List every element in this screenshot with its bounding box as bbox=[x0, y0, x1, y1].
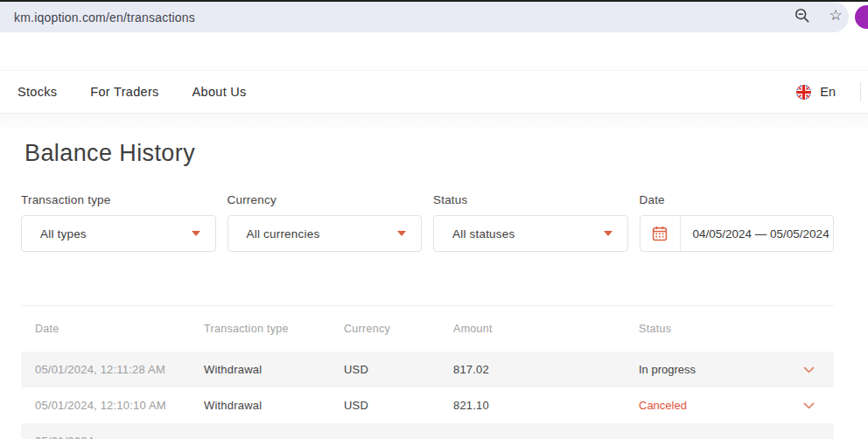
currency-value: All currencies bbox=[247, 227, 320, 240]
nav-link-stocks[interactable]: Stocks bbox=[18, 85, 57, 99]
filter-currency: Currency All currencies bbox=[228, 193, 423, 252]
date-range-picker[interactable]: 04/05/2024 — 05/05/2024 bbox=[640, 215, 835, 252]
chevron-down-icon bbox=[604, 231, 612, 236]
language-label: En bbox=[820, 85, 836, 99]
expand-chevron-icon[interactable] bbox=[798, 402, 834, 409]
table-header: Date Transaction type Currency Amount St… bbox=[21, 306, 834, 352]
profile-avatar[interactable] bbox=[855, 5, 868, 29]
filter-transaction-type: Transaction type All types bbox=[21, 193, 216, 252]
calendar-icon bbox=[651, 225, 668, 242]
col-header-status: Status bbox=[639, 323, 798, 335]
row-currency: USD bbox=[344, 363, 453, 376]
uk-flag-icon bbox=[796, 85, 811, 100]
col-header-amount: Amount bbox=[453, 323, 639, 335]
row-amount: 817.02 bbox=[453, 363, 639, 376]
filter-label: Transaction type bbox=[21, 193, 216, 206]
bookmark-star-icon[interactable]: ☆ bbox=[828, 8, 844, 24]
row-date: 05/01/2024, 12:11:28 AM bbox=[35, 363, 204, 376]
nav-shadow bbox=[0, 114, 868, 135]
status-select[interactable]: All statuses bbox=[433, 215, 628, 252]
site-nav: Stocks For Traders About Us En bbox=[0, 70, 868, 114]
row-transaction-type: Withdrawal bbox=[204, 399, 344, 412]
nav-link-for-traders[interactable]: For Traders bbox=[90, 85, 158, 99]
row-currency: USD bbox=[344, 399, 453, 412]
table-row[interactable]: 05/01/2024 bbox=[21, 423, 834, 439]
nav-link-about-us[interactable]: About Us bbox=[192, 85, 247, 99]
page-title: Balance History bbox=[24, 140, 834, 167]
expand-chevron-icon[interactable] bbox=[798, 366, 834, 373]
row-amount: 821.10 bbox=[453, 399, 639, 412]
row-transaction-type: Withdrawal bbox=[204, 363, 344, 376]
filters-bar: Transaction type All types Currency All … bbox=[21, 193, 834, 252]
date-range-value: 04/05/2024 — 05/05/2024 bbox=[681, 227, 834, 240]
url-text[interactable]: km.iqoption.com/en/transactions bbox=[14, 10, 195, 24]
language-selector[interactable]: En bbox=[796, 82, 861, 101]
currency-select[interactable]: All currencies bbox=[228, 215, 423, 252]
filter-label: Currency bbox=[228, 193, 423, 206]
col-header-transaction-type: Transaction type bbox=[204, 323, 344, 335]
browser-chrome: km.iqoption.com/en/transactions ☆ bbox=[0, 0, 868, 33]
nav-divider bbox=[860, 82, 861, 101]
zoom-out-icon[interactable] bbox=[794, 8, 810, 24]
status-value: All statuses bbox=[452, 227, 514, 240]
table-row[interactable]: 05/01/2024, 12:11:28 AM Withdrawal USD 8… bbox=[21, 352, 834, 387]
chevron-down-icon bbox=[397, 231, 406, 236]
chevron-down-icon bbox=[192, 231, 200, 236]
filter-status: Status All statuses bbox=[433, 193, 628, 252]
row-date: 05/01/2024 bbox=[35, 435, 204, 439]
table-row[interactable]: 05/01/2024, 12:10:10 AM Withdrawal USD 8… bbox=[21, 387, 834, 423]
filter-label: Date bbox=[640, 193, 835, 206]
transaction-type-value: All types bbox=[40, 227, 87, 240]
col-header-date: Date bbox=[35, 323, 204, 335]
filter-label: Status bbox=[433, 193, 628, 206]
chrome-page-gap bbox=[0, 33, 868, 70]
row-status: Canceled bbox=[639, 399, 798, 412]
transaction-type-select[interactable]: All types bbox=[21, 215, 216, 252]
col-header-currency: Currency bbox=[344, 323, 453, 335]
row-date: 05/01/2024, 12:10:10 AM bbox=[35, 399, 204, 412]
row-status: In progress bbox=[639, 363, 798, 376]
url-bar[interactable]: km.iqoption.com/en/transactions bbox=[0, 2, 849, 32]
filter-date: Date 04/05/2024 — 05/05/2024 bbox=[640, 193, 835, 252]
